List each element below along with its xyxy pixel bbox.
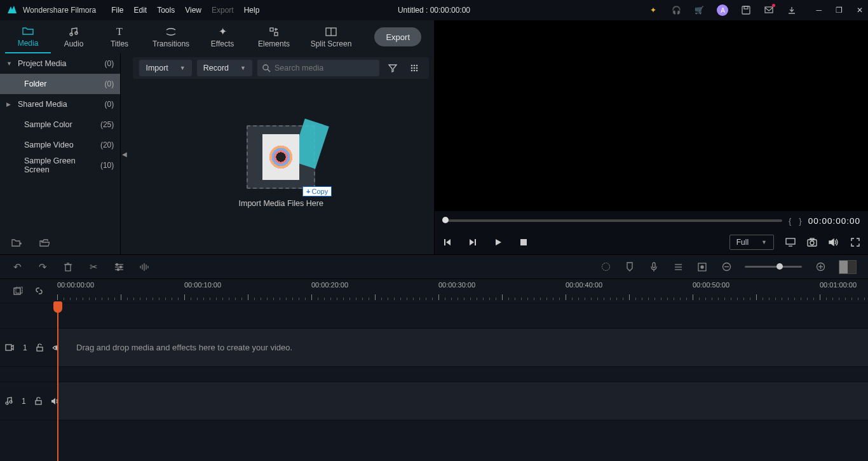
svg-rect-6 bbox=[275, 32, 278, 36]
mark-brackets: {} bbox=[789, 216, 802, 226]
record-dropdown[interactable]: Record ▼ bbox=[197, 60, 252, 76]
menu-view[interactable]: View bbox=[185, 6, 201, 15]
link-icon[interactable] bbox=[34, 286, 44, 296]
tab-media[interactable]: Media bbox=[5, 20, 51, 53]
scrub-knob[interactable] bbox=[442, 217, 449, 223]
grid-view-icon[interactable] bbox=[406, 60, 423, 76]
svg-rect-22 bbox=[520, 239, 527, 245]
playhead-head-icon[interactable] bbox=[53, 301, 62, 313]
tab-transitions[interactable]: Transitions bbox=[142, 20, 200, 53]
sidebar-item-sample-color[interactable]: Sample Color (25) bbox=[0, 114, 120, 135]
mixer-icon[interactable] bbox=[672, 261, 684, 273]
split-icon[interactable]: ✂ bbox=[88, 261, 99, 273]
volume-icon[interactable] bbox=[829, 237, 839, 247]
close-icon[interactable]: ✕ bbox=[857, 6, 863, 15]
save-icon[interactable] bbox=[741, 5, 751, 15]
sidebar-item-shared-media[interactable]: ▶ Shared Media (0) bbox=[0, 94, 120, 114]
download-icon[interactable] bbox=[787, 5, 797, 15]
audio-track-body[interactable] bbox=[57, 382, 868, 420]
zoom-out-icon[interactable] bbox=[721, 261, 732, 273]
tab-audio[interactable]: Audio bbox=[51, 20, 97, 53]
render-icon[interactable] bbox=[600, 261, 611, 273]
zoom-in-icon[interactable] bbox=[815, 261, 826, 273]
sidebar-collapse-handle[interactable]: ◀ bbox=[121, 53, 128, 254]
tab-effects[interactable]: ✦ Effects bbox=[200, 20, 245, 53]
document-icon bbox=[262, 134, 299, 180]
delete-icon[interactable] bbox=[62, 261, 74, 273]
sidebar-item-folder[interactable]: Folder (0) bbox=[0, 74, 120, 94]
avatar[interactable]: A bbox=[717, 4, 728, 16]
maximize-icon[interactable]: ❐ bbox=[836, 6, 843, 15]
audio-waveform-icon[interactable] bbox=[139, 261, 150, 273]
message-icon[interactable] bbox=[764, 5, 774, 15]
svg-rect-0 bbox=[742, 6, 750, 14]
window-controls: ─ ❐ ✕ bbox=[816, 6, 863, 15]
search-media-box[interactable] bbox=[257, 60, 379, 76]
export-button[interactable]: Export bbox=[374, 27, 421, 46]
svg-rect-2 bbox=[765, 7, 773, 13]
support-icon[interactable]: 🎧 bbox=[671, 5, 681, 15]
adjust-icon[interactable] bbox=[113, 261, 125, 273]
filter-icon[interactable] bbox=[384, 60, 401, 76]
search-input[interactable] bbox=[275, 64, 374, 72]
redo-icon[interactable]: ↷ bbox=[37, 261, 48, 273]
zoom-slider[interactable] bbox=[745, 266, 802, 268]
video-track-label: 1 bbox=[23, 343, 27, 352]
timeline-ruler[interactable]: 00:00:00:00 00:00:10:00 00:00:20:00 00:0… bbox=[57, 279, 868, 303]
music-icon bbox=[69, 26, 79, 38]
snapshot-icon[interactable] bbox=[807, 237, 817, 247]
new-folder-icon[interactable] bbox=[11, 238, 22, 247]
display-icon[interactable] bbox=[785, 237, 796, 247]
menu-edit[interactable]: Edit bbox=[134, 6, 147, 15]
next-frame-icon[interactable] bbox=[468, 237, 478, 247]
track-manage-icon[interactable] bbox=[13, 287, 23, 296]
mark-out-icon[interactable]: } bbox=[799, 216, 801, 226]
scrub-track[interactable] bbox=[442, 219, 782, 222]
fullscreen-icon[interactable] bbox=[850, 237, 860, 247]
video-track-body[interactable]: Drag and drop media and effects here to … bbox=[57, 329, 868, 366]
preview-video-area[interactable] bbox=[435, 20, 868, 211]
tab-elements[interactable]: Elements bbox=[245, 20, 302, 53]
play-icon[interactable] bbox=[493, 237, 503, 247]
copy-badge: +Copy bbox=[302, 186, 332, 196]
video-track[interactable]: 1 Drag and drop media and effects here t… bbox=[0, 328, 868, 366]
timeline-toolbar: ↶ ↷ ✂ bbox=[0, 254, 868, 279]
tab-splitscreen[interactable]: Split Screen bbox=[302, 20, 360, 53]
timeline-header-left bbox=[0, 279, 57, 303]
sidebar-item-project-media[interactable]: ▼ Project Media (0) bbox=[0, 53, 120, 74]
timeline-view-toggle[interactable] bbox=[839, 260, 857, 274]
menu-file[interactable]: File bbox=[111, 6, 123, 15]
drop-hint-text: Import Media Files Here bbox=[239, 199, 323, 208]
marker-icon[interactable] bbox=[624, 261, 635, 273]
voiceover-icon[interactable] bbox=[648, 261, 660, 273]
lock-icon[interactable] bbox=[36, 343, 43, 352]
prev-frame-icon[interactable] bbox=[442, 237, 452, 247]
svg-rect-57 bbox=[37, 347, 43, 351]
quality-dropdown[interactable]: Full ▼ bbox=[729, 235, 774, 250]
minimize-icon[interactable]: ─ bbox=[816, 6, 822, 15]
media-drop-zone[interactable]: +Copy Import Media Files Here bbox=[128, 79, 434, 254]
cart-icon[interactable]: 🛒 bbox=[694, 5, 704, 15]
sidebar-item-sample-green-screen[interactable]: Sample Green Screen (10) bbox=[0, 155, 120, 175]
menu-tools[interactable]: Tools bbox=[157, 6, 175, 15]
video-track-head: 1 bbox=[0, 329, 57, 366]
svg-point-4 bbox=[75, 32, 78, 34]
playhead[interactable] bbox=[57, 303, 58, 461]
tips-icon[interactable]: ✦ bbox=[648, 5, 658, 15]
stop-icon[interactable] bbox=[519, 237, 529, 247]
menu-help[interactable]: Help bbox=[244, 6, 260, 15]
sidebar-item-sample-video[interactable]: Sample Video (20) bbox=[0, 135, 120, 155]
lock-icon[interactable] bbox=[35, 397, 42, 405]
text-icon: T bbox=[116, 26, 123, 38]
undo-icon[interactable]: ↶ bbox=[11, 261, 23, 273]
audio-track-icon bbox=[5, 397, 13, 405]
track-spacer bbox=[0, 366, 868, 382]
menu-export: Export bbox=[212, 6, 234, 15]
tab-titles[interactable]: T Titles bbox=[97, 20, 142, 53]
mark-in-icon[interactable]: { bbox=[789, 216, 791, 226]
zoom-knob[interactable] bbox=[776, 263, 783, 270]
open-folder-icon[interactable] bbox=[39, 238, 50, 247]
audio-track[interactable]: 1 bbox=[0, 382, 868, 420]
keyframe-icon[interactable] bbox=[696, 261, 708, 273]
import-dropdown[interactable]: Import ▼ bbox=[139, 60, 191, 76]
